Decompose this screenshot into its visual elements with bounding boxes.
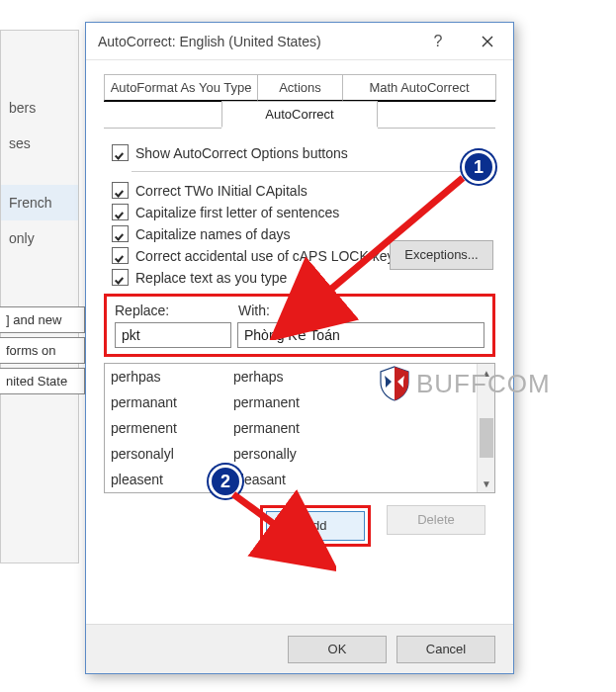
svg-line-0 (285, 178, 463, 328)
cancel-button[interactable]: Cancel (396, 636, 495, 663)
scrollbar-thumb[interactable] (480, 418, 493, 458)
check-icon (116, 148, 126, 158)
dialog-title: AutoCorrect: English (United States) (98, 34, 414, 49)
bg-item: French (1, 185, 78, 220)
close-button[interactable] (462, 23, 513, 59)
check-icon (116, 273, 126, 283)
tab-actions[interactable]: Actions (257, 74, 343, 101)
list-cell-replace: personalyl (105, 446, 233, 462)
chevron-down-icon[interactable]: ▼ (478, 475, 495, 492)
svg-line-1 (233, 494, 322, 560)
check-icon (116, 229, 126, 239)
watermark: BUFFCOM (379, 366, 551, 401)
checkbox-two-initial-caps[interactable] (112, 182, 129, 199)
check-icon (116, 208, 126, 217)
list-cell-replace: permanant (105, 394, 233, 410)
list-item[interactable]: permenentpermanent (105, 415, 477, 441)
close-icon (482, 36, 493, 47)
replace-label: Replace: (115, 303, 238, 318)
help-button[interactable]: ? (414, 23, 462, 59)
background-sidebar: bers ses French only (0, 30, 79, 563)
tab-autocorrect[interactable]: AutoCorrect (221, 101, 378, 128)
checkbox-replace-as-type-label: Replace text as you type (135, 270, 287, 286)
checkbox-capslock[interactable] (112, 247, 129, 264)
background-fields: ] and new forms on nited State (0, 306, 85, 398)
checkbox-show-options[interactable] (112, 144, 129, 161)
bg-field: forms on (0, 337, 85, 364)
delete-button: Delete (387, 505, 485, 535)
annotation-arrow-1 (267, 172, 475, 340)
bg-field: nited State (0, 368, 85, 394)
list-cell-with: personally (233, 446, 477, 462)
replace-input[interactable] (115, 322, 231, 348)
list-cell-replace: perhpas (105, 369, 233, 385)
list-item[interactable]: personalylpersonally (105, 441, 477, 467)
bg-item: ses (1, 126, 78, 161)
tab-autoformat-as-you-type[interactable]: AutoFormat As You Type (104, 74, 258, 101)
dialog-footer: OK Cancel (86, 624, 513, 673)
check-icon (116, 251, 126, 261)
checkbox-show-options-label: Show AutoCorrect Options buttons (135, 145, 348, 161)
bg-item: only (1, 220, 78, 256)
bg-item: bers (1, 90, 78, 126)
list-cell-with: permanent (233, 420, 477, 436)
annotation-arrow-2 (227, 488, 336, 573)
title-bar: AutoCorrect: English (United States) ? (86, 23, 513, 60)
tab-math-autocorrect[interactable]: Math AutoCorrect (342, 74, 496, 101)
checkbox-replace-as-type[interactable] (112, 269, 129, 286)
checkbox-first-letter[interactable] (112, 204, 129, 220)
checkbox-days[interactable] (112, 225, 129, 242)
bg-field: ] and new (0, 306, 85, 333)
autocorrect-dialog: AutoCorrect: English (United States) ? A… (85, 22, 514, 674)
list-cell-with: pleasant (233, 472, 477, 487)
watermark-text: BUFFCOM (416, 369, 551, 399)
ok-button[interactable]: OK (288, 636, 387, 663)
shield-icon (379, 366, 410, 401)
list-cell-replace: permenent (105, 420, 233, 436)
check-icon (116, 186, 126, 196)
